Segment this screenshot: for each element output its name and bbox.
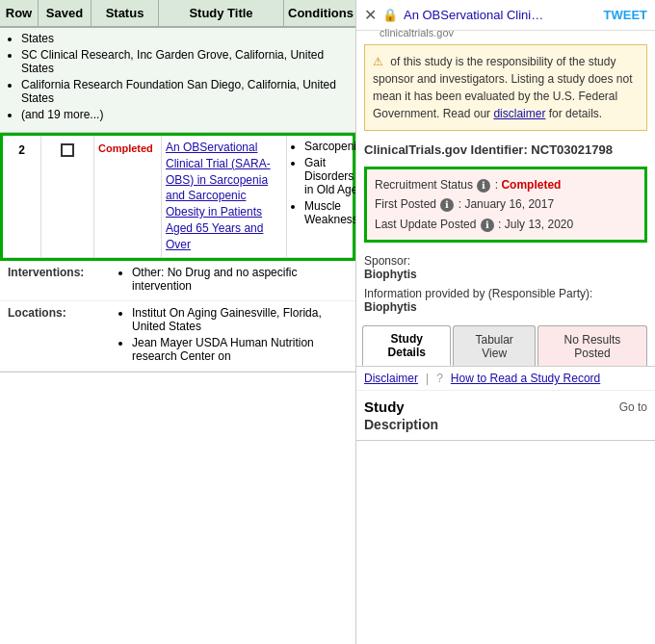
row2-wrapper: 2 Completed An OBServational Clinical Tr… <box>0 133 355 373</box>
first-posted-row: First Posted ℹ : January 16, 2017 <box>375 194 637 214</box>
list-item: California Research Foundation San Diego… <box>21 78 348 105</box>
right-panel: ✕ 🔒 An OBServational Clini… TWEET clinic… <box>356 0 655 644</box>
locations-label: Locations: <box>8 306 118 366</box>
table-header: Row Saved Status Study Title Conditions <box>0 0 355 28</box>
sponsor-row: Sponsor: Biophytis <box>364 254 647 281</box>
last-update-info-icon[interactable]: ℹ <box>481 219 494 232</box>
row-number: 2 <box>3 136 41 257</box>
interventions-row: Interventions: Other: No Drug and no asp… <box>0 261 355 301</box>
sponsor-label: Sponsor: <box>364 254 410 268</box>
locations-row: Locations: Institut On Aging Gainesville… <box>0 301 355 372</box>
study-header-row: Study Go to <box>356 391 655 417</box>
sponsor-section: Sponsor: Biophytis Information provided … <box>356 246 655 318</box>
sub-tabs-row: Disclaimer | ? How to Read a Study Recor… <box>356 367 655 391</box>
how-to-read-sub-tab[interactable]: How to Read a Study Record <box>451 372 600 385</box>
warning-box: ⚠ of this study is the responsibility of… <box>364 44 647 131</box>
status-completed: Completed <box>98 142 153 154</box>
locations-content: Institut On Aging Gainesville, Florida, … <box>118 306 348 366</box>
prev-row: States SC Clinical Research, Inc Garden … <box>0 28 355 133</box>
study-title-header: Study <box>364 399 405 415</box>
saved-checkbox[interactable] <box>61 143 74 157</box>
col-status: Status <box>92 0 159 26</box>
recruitment-label: Recruitment Status <box>375 178 473 192</box>
study-title-link[interactable]: An OBServational Clinical Trial (SARA-OB… <box>166 141 271 251</box>
sponsor-value: Biophytis <box>364 268 417 281</box>
tab-no-results[interactable]: No Results Posted <box>537 325 647 366</box>
interventions-label: Interventions: <box>8 266 118 296</box>
last-update-value: July 13, 2020 <box>505 218 573 231</box>
warning-icon: ⚠ <box>373 55 383 68</box>
sep: | <box>426 372 429 385</box>
list-item: Gait Disorders in Old Age <box>304 156 356 196</box>
rp-domain: clinicaltrials.gov <box>356 27 655 39</box>
title-cell: An OBServational Clinical Trial (SARA-OB… <box>162 136 287 257</box>
list-item: (and 19 more...) <box>21 108 348 121</box>
conditions-list: Sarcopenia Gait Disorders in Old Age Mus… <box>291 140 356 226</box>
conditions-cell: Sarcopenia Gait Disorders in Old Age Mus… <box>287 136 356 257</box>
info-provided-value: Biophytis <box>364 300 417 314</box>
row2-outline: 2 Completed An OBServational Clinical Tr… <box>0 133 355 261</box>
list-item: Sarcopenia <box>304 140 356 153</box>
tweet-button[interactable]: TWEET <box>604 8 648 22</box>
row2-main: 2 Completed An OBServational Clinical Tr… <box>3 136 353 258</box>
col-saved: Saved <box>39 0 92 26</box>
info-provided-row: Information provided by (Responsible Par… <box>364 287 647 314</box>
list-item: States <box>21 32 348 45</box>
first-posted-value: January 16, 2017 <box>464 197 554 211</box>
tabs-row: Study Details Tabular View No Results Po… <box>356 318 655 367</box>
list-item: Institut On Aging Gainesville, Florida, … <box>132 306 348 333</box>
list-item: Muscle Weakness <box>304 199 356 226</box>
list-item: SC Clinical Research, Inc Garden Grove, … <box>21 48 348 75</box>
last-update-label: Last Update Posted <box>375 218 476 231</box>
first-posted-info-icon[interactable]: ℹ <box>440 198 454 212</box>
disclaimer-sub-tab[interactable]: Disclaimer <box>364 372 418 385</box>
col-conditions: Conditions <box>284 0 356 26</box>
identifier-line: ClinicalTrials.gov Identifier: NCT030217… <box>356 137 655 163</box>
info-provided-label: Information provided by (Responsible Par… <box>364 287 592 300</box>
description-label: Description <box>356 417 655 441</box>
recruitment-info-icon[interactable]: ℹ <box>477 179 490 193</box>
rp-title: An OBServational Clini… <box>404 8 598 22</box>
list-item: Other: No Drug and no aspecific interven… <box>132 266 348 293</box>
goto-label: Go to <box>619 400 647 414</box>
question-icon: ? <box>436 372 443 385</box>
tab-tabular-view[interactable]: Tabular View <box>453 325 535 366</box>
recruitment-value: Completed <box>501 178 561 192</box>
last-update-row: Last Update Posted ℹ : July 13, 2020 <box>375 215 637 234</box>
close-button[interactable]: ✕ <box>364 6 377 24</box>
saved-cell <box>41 136 94 257</box>
col-row: Row <box>0 0 39 26</box>
status-box: Recruitment Status ℹ : Completed First P… <box>364 167 647 243</box>
left-panel: Row Saved Status Study Title Conditions … <box>0 0 356 644</box>
prev-row-list: States SC Clinical Research, Inc Garden … <box>8 32 348 121</box>
interventions-content: Other: No Drug and no aspecific interven… <box>118 266 348 296</box>
recruitment-row: Recruitment Status ℹ : Completed <box>375 175 637 194</box>
list-item: Jean Mayer USDA Human Nutrition research… <box>132 336 348 363</box>
status-cell: Completed <box>94 136 162 257</box>
col-title: Study Title <box>159 0 284 26</box>
tab-study-details[interactable]: Study Details <box>362 325 451 366</box>
disclaimer-after: for details. <box>549 107 602 120</box>
lock-icon: 🔒 <box>382 8 398 22</box>
first-posted-label: First Posted <box>375 197 436 211</box>
disclaimer-link[interactable]: disclaimer <box>493 107 545 120</box>
